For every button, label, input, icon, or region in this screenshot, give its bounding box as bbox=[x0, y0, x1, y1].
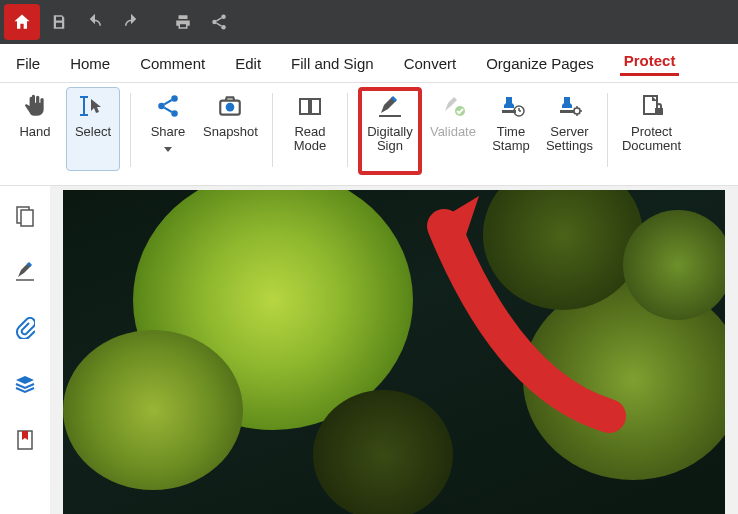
select-icon bbox=[78, 93, 108, 119]
tab-organize-pages[interactable]: Organize Pages bbox=[482, 53, 598, 74]
undo-button[interactable] bbox=[78, 5, 112, 39]
svg-point-2 bbox=[221, 25, 226, 30]
layers-icon bbox=[14, 374, 36, 394]
hand-label: Hand bbox=[19, 125, 50, 139]
stamp-clock-icon bbox=[497, 93, 525, 119]
tab-fill-and-sign[interactable]: Fill and Sign bbox=[287, 53, 378, 74]
undo-icon bbox=[86, 13, 104, 31]
svg-point-12 bbox=[226, 103, 235, 112]
read-mode-tool[interactable]: Read Mode bbox=[283, 87, 337, 171]
snapshot-label: Snapshot bbox=[203, 125, 258, 139]
redo-button[interactable] bbox=[114, 5, 148, 39]
hand-tool[interactable]: Hand bbox=[8, 87, 62, 171]
digitally-sign-tool[interactable]: Digitally Sign bbox=[358, 87, 422, 175]
home-icon bbox=[12, 12, 32, 32]
svg-rect-25 bbox=[21, 210, 33, 226]
home-button[interactable] bbox=[4, 4, 40, 40]
pages-icon bbox=[15, 205, 35, 227]
lock-document-icon bbox=[638, 93, 666, 119]
read-mode-label: Read Mode bbox=[294, 125, 327, 153]
document-area[interactable] bbox=[50, 186, 738, 514]
save-button[interactable] bbox=[42, 5, 76, 39]
svg-rect-20 bbox=[560, 110, 574, 113]
server-settings-label: Server Settings bbox=[546, 125, 593, 153]
svg-point-8 bbox=[171, 110, 178, 117]
share-ribbon-icon bbox=[155, 93, 181, 119]
print-button[interactable] bbox=[166, 5, 200, 39]
redo-icon bbox=[122, 13, 140, 31]
select-tool[interactable]: Select bbox=[66, 87, 120, 171]
ribbon-divider-1 bbox=[130, 93, 131, 167]
svg-point-7 bbox=[158, 103, 165, 110]
sidebar-attachments[interactable] bbox=[13, 316, 37, 340]
book-icon bbox=[296, 93, 324, 119]
ribbon: Hand Select Share Snapshot Read Mode Dig… bbox=[0, 83, 738, 186]
paperclip-icon bbox=[15, 317, 35, 339]
share-button-titlebar[interactable] bbox=[202, 5, 236, 39]
print-icon bbox=[174, 13, 192, 31]
sidebar-pages[interactable] bbox=[13, 204, 37, 228]
tab-comment[interactable]: Comment bbox=[136, 53, 209, 74]
sign-pen-icon bbox=[14, 262, 36, 282]
svg-point-1 bbox=[212, 20, 217, 25]
ribbon-divider-4 bbox=[607, 93, 608, 167]
camera-icon bbox=[216, 93, 244, 119]
time-stamp-label: Time Stamp bbox=[492, 125, 530, 153]
svg-point-6 bbox=[171, 95, 178, 102]
svg-rect-23 bbox=[655, 108, 663, 115]
validate-label: Validate bbox=[430, 125, 476, 139]
save-icon bbox=[50, 13, 68, 31]
protect-document-tool[interactable]: Protect Document bbox=[618, 87, 685, 171]
share-icon bbox=[210, 13, 228, 31]
digitally-sign-label: Digitally Sign bbox=[367, 125, 413, 153]
tab-edit[interactable]: Edit bbox=[231, 53, 265, 74]
sidebar-layers[interactable] bbox=[13, 372, 37, 396]
ribbon-divider-3 bbox=[347, 93, 348, 167]
snapshot-tool[interactable]: Snapshot bbox=[199, 87, 262, 171]
tab-bar: File Home Comment Edit Fill and Sign Con… bbox=[0, 44, 738, 83]
content-area bbox=[0, 186, 738, 514]
hand-icon bbox=[22, 93, 48, 119]
ribbon-divider-2 bbox=[272, 93, 273, 167]
validate-tool[interactable]: Validate bbox=[426, 87, 480, 171]
server-settings-tool[interactable]: Server Settings bbox=[542, 87, 597, 171]
svg-point-0 bbox=[221, 15, 226, 20]
svg-line-9 bbox=[164, 100, 171, 104]
select-label: Select bbox=[75, 125, 111, 139]
validate-icon bbox=[439, 93, 467, 119]
stamp-gear-icon bbox=[555, 93, 583, 119]
share-label: Share bbox=[151, 125, 186, 139]
time-stamp-tool[interactable]: Time Stamp bbox=[484, 87, 538, 171]
protect-document-label: Protect Document bbox=[622, 125, 681, 153]
document-page bbox=[63, 190, 725, 514]
svg-line-10 bbox=[164, 108, 171, 112]
sidebar bbox=[0, 186, 50, 514]
pen-sign-icon bbox=[375, 93, 405, 119]
tab-convert[interactable]: Convert bbox=[400, 53, 461, 74]
sidebar-bookmarks[interactable] bbox=[13, 428, 37, 452]
titlebar bbox=[0, 0, 738, 44]
share-tool[interactable]: Share bbox=[141, 87, 195, 171]
tab-file[interactable]: File bbox=[12, 53, 44, 74]
tab-home[interactable]: Home bbox=[66, 53, 114, 74]
share-caret-icon bbox=[164, 147, 172, 152]
tab-protect[interactable]: Protect bbox=[620, 50, 680, 76]
bookmark-icon bbox=[16, 429, 34, 451]
sidebar-sign[interactable] bbox=[13, 260, 37, 284]
